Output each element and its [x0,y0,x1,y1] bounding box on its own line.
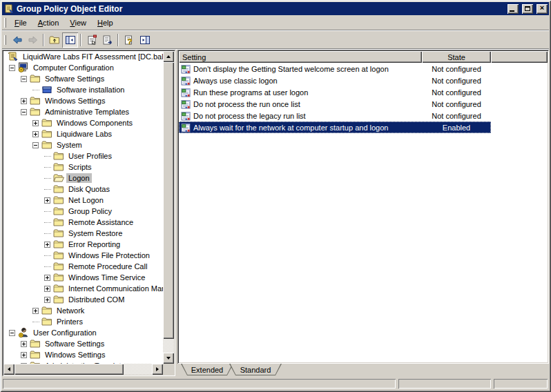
tree-item-windows-components[interactable]: Windows Components [3,117,163,128]
tree-expander[interactable] [41,286,53,292]
minimize-button[interactable] [508,4,519,14]
tab-extended[interactable]: Extended [181,364,233,375]
tree-item-windows-settings[interactable]: Windows Settings [3,95,163,106]
expand-plus-icon[interactable] [44,242,50,248]
toolbar-gripper[interactable] [4,35,6,45]
tree-item-software-installation[interactable]: Software installation [3,84,163,95]
tree-item-software-settings[interactable]: Software Settings [3,73,163,84]
back-button[interactable] [9,32,25,48]
tree-item-user-profiles[interactable]: User Profiles [3,150,163,161]
tree-expander[interactable] [30,120,41,126]
expand-plus-icon[interactable] [44,275,50,281]
tree-item-windows-file-protection[interactable]: Windows File Protection [3,250,163,261]
tree-item-remote-procedure-call[interactable]: Remote Procedure Call [3,261,163,272]
title-bar[interactable]: Group Policy Object Editor × [2,2,549,15]
tree-expander[interactable] [6,65,18,71]
maximize-button[interactable] [522,4,533,14]
tree-item-internet-communication-man[interactable]: Internet Communication Man [3,283,163,294]
collapse-minus-icon[interactable] [21,76,27,82]
expand-plus-icon[interactable] [32,131,39,137]
setting-row[interactable]: Run these programs at user logonNot conf… [179,86,548,98]
tree-item-liquidware-labs-fit-assessment-dc-ballfie[interactable]: LiquidWare Labs FIT Assessment [DC.ballf… [3,51,163,62]
tree-item-group-policy[interactable]: Group Policy [3,206,163,217]
menu-item-view[interactable]: View [64,17,92,29]
tree-item-user-configuration[interactable]: User Configuration [3,327,163,338]
tree-expander[interactable] [41,297,53,303]
folder-icon [30,73,41,84]
tree-expander[interactable] [6,330,18,336]
tab-standard[interactable]: Standard [229,364,282,375]
scroll-up-button[interactable] [163,51,174,62]
tree-vertical-scrollbar[interactable] [163,51,174,364]
tree-item-system-restore[interactable]: System Restore [3,228,163,239]
tree-expander[interactable] [41,275,53,281]
scroll-down-button[interactable] [163,353,174,364]
tree-item-computer-configuration[interactable]: Computer Configuration [3,62,163,73]
tree-item-liquidware-labs[interactable]: Liquidware Labs [3,128,163,139]
expand-plus-icon[interactable] [44,297,50,303]
tree-item-scripts[interactable]: Scripts [3,161,163,173]
forward-button[interactable] [25,32,41,48]
help-button[interactable]: ? [121,32,137,48]
menu-gripper[interactable] [4,18,6,28]
scrollbar-thumb[interactable] [163,62,174,339]
tree-expander[interactable] [18,98,30,104]
setting-row[interactable]: Don't display the Getting Started welcom… [179,63,548,75]
tree-expander[interactable] [30,308,41,314]
expand-plus-icon[interactable] [32,120,39,126]
tree-item-net-logon[interactable]: Net Logon [3,195,163,206]
collapse-minus-icon[interactable] [9,65,15,71]
tree-expander[interactable] [18,76,30,82]
tree-item-distributed-com[interactable]: Distributed COM [3,294,163,305]
tree-item-administrative-templates[interactable]: Administrative Templates [3,106,163,117]
column-header-state[interactable]: State [422,51,491,63]
folder-icon [30,338,41,349]
tree-expander[interactable] [41,197,53,204]
tree-expander[interactable] [18,352,30,358]
tree-item-printers[interactable]: Printers [3,316,163,327]
up-one-level-button[interactable] [46,32,62,48]
tree-expander[interactable] [18,341,30,347]
expand-plus-icon[interactable] [21,341,27,347]
tree-item-network[interactable]: Network [3,305,163,316]
expand-plus-icon[interactable] [44,197,50,204]
collapse-minus-icon[interactable] [21,109,27,115]
tree-expander[interactable] [18,109,30,115]
show-hide-console-tree-button[interactable] [62,32,78,48]
setting-row[interactable]: Do not process the legacy run listNot co… [179,110,548,121]
collapse-minus-icon[interactable] [9,330,15,336]
setting-row[interactable]: Do not process the run once listNot conf… [179,98,548,110]
menu-item-help[interactable]: Help [92,17,119,29]
tree-horizontal-scrollbar[interactable] [3,364,163,375]
tree-item-system[interactable]: System [3,139,163,150]
tree-item-windows-time-service[interactable]: Windows Time Service [3,272,163,283]
tree-expander[interactable] [30,131,41,137]
close-button[interactable]: × [536,4,548,14]
column-header-setting[interactable]: Setting [179,51,422,63]
scrollbar-thumb[interactable] [14,364,124,375]
tree-expander[interactable] [30,142,41,148]
scroll-left-button[interactable] [3,364,14,375]
expand-plus-icon[interactable] [44,286,50,292]
tree-item-error-reporting[interactable]: Error Reporting [3,239,163,250]
menu-item-action[interactable]: Action [32,17,65,29]
properties-button[interactable] [84,32,99,48]
tree-item-logon[interactable]: Logon [3,173,163,184]
tree-item-label: System [55,140,84,150]
tree-expander[interactable] [41,242,53,248]
setting-row[interactable]: Always use classic logonNot configured [179,75,548,86]
expand-plus-icon[interactable] [21,352,27,358]
tree-item-disk-quotas[interactable]: Disk Quotas [3,184,163,195]
collapse-minus-icon[interactable] [32,142,39,148]
expand-plus-icon[interactable] [32,308,39,314]
menu-item-file[interactable]: File [9,17,32,29]
column-header-blank[interactable] [491,51,548,63]
setting-row[interactable]: Always wait for the network at computer … [179,121,548,133]
export-list-button[interactable] [99,32,115,48]
expand-plus-icon[interactable] [21,98,27,104]
scroll-right-button[interactable] [152,364,163,375]
tree-item-remote-assistance[interactable]: Remote Assistance [3,217,163,228]
tree-item-windows-settings[interactable]: Windows Settings [3,349,163,360]
show-hide-action-pane-button[interactable] [137,32,153,48]
tree-item-software-settings[interactable]: Software Settings [3,338,163,349]
